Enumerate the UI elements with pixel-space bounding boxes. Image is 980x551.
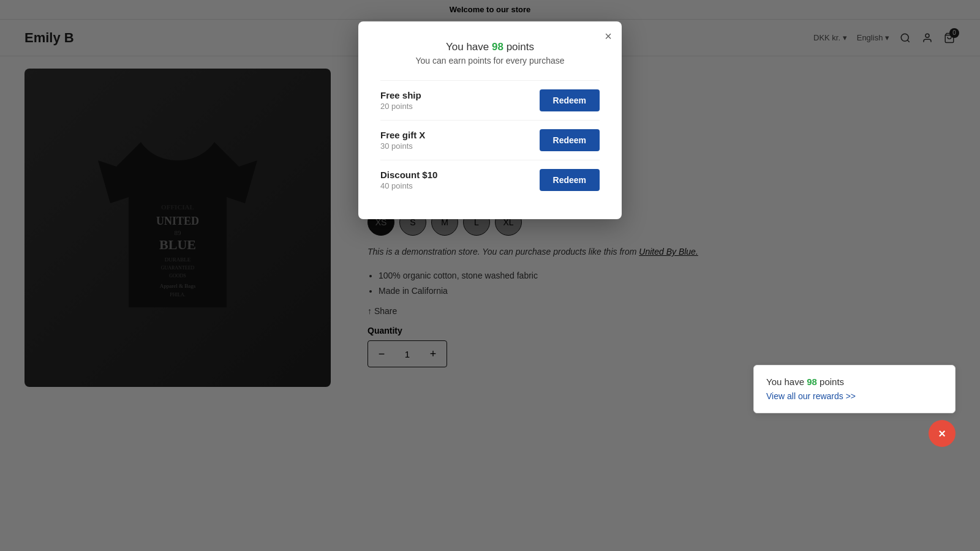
float-close-button[interactable]: × (929, 420, 956, 447)
modal-subtitle: You can earn points for every purchase (380, 56, 600, 66)
reward-widget: You have 98 points View all our rewards … (753, 365, 956, 413)
reward-row-giftx: Free gift X 30 points Redeem (380, 120, 600, 160)
modal-header: You have 98 points You can earn points f… (380, 41, 600, 66)
reward-name-discount: Discount $10 (380, 170, 437, 180)
rewards-modal: × You have 98 points You can earn points… (358, 21, 622, 219)
reward-info-discount: Discount $10 40 points (380, 170, 437, 190)
redeem-discount-button[interactable]: Redeem (540, 169, 600, 191)
redeem-giftx-button[interactable]: Redeem (540, 129, 600, 151)
reward-points-freeship: 20 points (380, 102, 421, 111)
reward-widget-text: You have 98 points (766, 377, 943, 387)
reward-name-giftx: Free gift X (380, 130, 425, 140)
reward-info-freeship: Free ship 20 points (380, 90, 421, 111)
view-all-rewards-link[interactable]: View all our rewards >> (766, 391, 856, 401)
modal-close-button[interactable]: × (605, 30, 612, 42)
modal-title: You have 98 points (380, 41, 600, 53)
reward-points-discount: 40 points (380, 181, 437, 190)
reward-name-freeship: Free ship (380, 90, 421, 100)
reward-row-discount: Discount $10 40 points Redeem (380, 160, 600, 200)
reward-info-giftx: Free gift X 30 points (380, 130, 425, 151)
redeem-freeship-button[interactable]: Redeem (540, 89, 600, 111)
reward-row-freeship: Free ship 20 points Redeem (380, 80, 600, 120)
reward-points-giftx: 30 points (380, 141, 425, 151)
